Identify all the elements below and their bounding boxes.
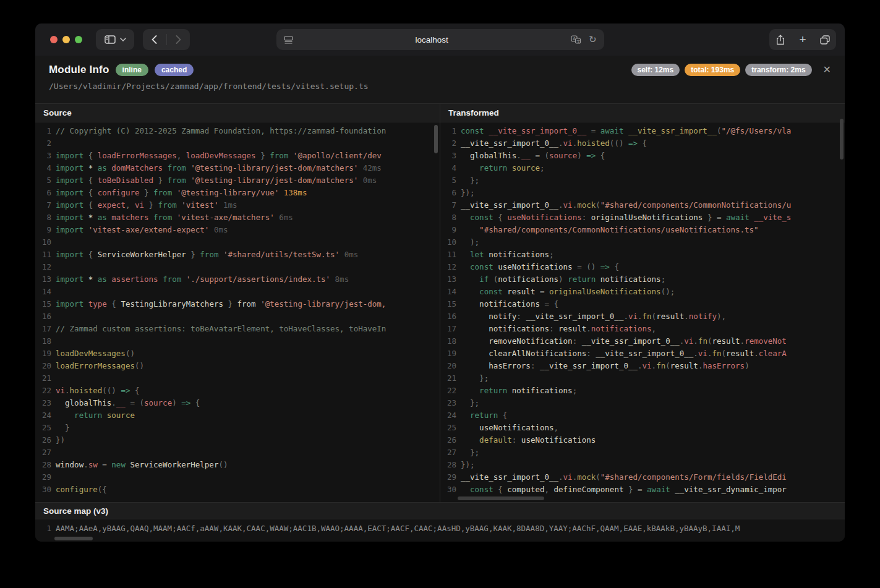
code-line: 2 [35, 137, 440, 150]
toolbar-right-buttons: + [769, 29, 836, 50]
code-line: 21 }; [440, 372, 845, 385]
code-line: 5 }; [440, 174, 845, 187]
code-line: 17// Zammad custom assertions: toBeAvata… [35, 323, 440, 335]
code-line: 28}); [440, 459, 845, 471]
code-line: 15 notifications = { [440, 298, 845, 310]
code-line: 23 }; [440, 397, 845, 409]
sourcemap-horizontal-scrollbar[interactable] [54, 537, 93, 540]
code-line: 13 if (notifications) return notificatio… [440, 273, 845, 286]
transformed-code-area[interactable]: 1const __vite_ssr_import_0__ = await __v… [440, 122, 845, 502]
code-line: 18 [35, 335, 440, 347]
address-bar[interactable]: localhost A 文 ↻ [276, 29, 604, 50]
code-line: 1// Copyright (C) 2012-2025 Zammad Found… [35, 125, 440, 137]
sidebar-toggle-button[interactable] [96, 29, 134, 50]
code-line: 6}); [440, 187, 845, 199]
code-line: 10 ); [440, 236, 845, 249]
code-line: 8 const { useNotifications: originalUseN… [440, 211, 845, 224]
share-button[interactable] [769, 29, 792, 50]
reload-icon[interactable]: ↻ [589, 34, 597, 45]
sourcemap-section: Source map (v3) 1 AAMA;AAeA,yBAAG,QAAQ,M… [35, 502, 845, 542]
code-line: 9import 'vitest-axe/extend-expect' 0ms [35, 224, 440, 236]
code-line: 6import { configure } from '@testing-lib… [35, 187, 440, 199]
code-line: 12 const useNotifications = () => { [440, 261, 845, 273]
close-panel-button[interactable]: ✕ [823, 65, 831, 75]
code-line: 25 } [35, 422, 440, 434]
sidebar-icon [105, 35, 116, 44]
sourcemap-line-number: 1 [35, 522, 51, 535]
module-info-header: Module Info inline cached self: 12ms tot… [35, 56, 845, 103]
svg-text:文: 文 [577, 39, 581, 43]
code-line: 30 const { computed, defineComponent } =… [440, 484, 845, 496]
code-line: 4import * as domMatchers from '@testing-… [35, 162, 440, 174]
code-line: 14 const result = originalUseNotificatio… [440, 286, 845, 298]
sourcemap-title: Source map (v3) [35, 503, 845, 519]
code-line: 20 hasErrors: __vite_ssr_import_0__.vi.f… [440, 360, 845, 372]
code-line: 28window.sw = new ServiceWorkerHelper() [35, 459, 440, 471]
chevron-right-icon [176, 35, 181, 44]
share-icon [776, 35, 785, 45]
code-line: 24 return source [35, 409, 440, 422]
code-line: 19 clearAllNotifications: __vite_ssr_imp… [440, 347, 845, 360]
code-line: 24 return { [440, 409, 845, 422]
back-button[interactable] [143, 29, 166, 50]
forward-button[interactable] [167, 29, 190, 50]
chevron-left-icon [152, 35, 157, 44]
source-vertical-scrollbar[interactable] [434, 125, 438, 153]
code-line: 2__vite_ssr_import_0__.vi.hoisted(() => … [440, 137, 845, 150]
plus-icon: + [799, 33, 806, 46]
transformed-horizontal-scrollbar[interactable] [458, 496, 544, 500]
sourcemap-mappings: AAMA;AAeA,yBAAG,QAAQ,MAAM;AACf,aAAW,KAAK… [51, 522, 740, 535]
browser-toolbar: localhost A 文 ↻ [35, 23, 845, 56]
chevron-down-icon [120, 38, 126, 41]
code-line: 7import { expect, vi } from 'vitest' 1ms [35, 199, 440, 211]
code-line: 26 default: useNotifications [440, 434, 845, 446]
source-code-area[interactable]: 1// Copyright (C) 2012-2025 Zammad Found… [35, 122, 440, 502]
source-panel: Source 1// Copyright (C) 2012-2025 Zamma… [35, 104, 440, 502]
url-text: localhost [293, 35, 571, 45]
code-line: 10 [35, 236, 440, 249]
code-line: 12 [35, 261, 440, 273]
code-line: 16 [35, 310, 440, 323]
code-line: 3import { loadErrorMessages, loadDevMess… [35, 150, 440, 162]
close-window-button[interactable] [50, 36, 58, 43]
code-line: 16 notify: __vite_ssr_import_0__.vi.fn(r… [440, 310, 845, 323]
page-settings-icon[interactable] [284, 36, 293, 44]
code-line: 14 [35, 286, 440, 298]
source-panel-title: Source [35, 104, 440, 122]
tab-overview-button[interactable] [814, 29, 836, 50]
new-tab-button[interactable]: + [792, 29, 814, 50]
zoom-window-button[interactable] [75, 36, 82, 43]
sourcemap-line: 1 AAMA;AAeA,yBAAG,QAAQ,MAAM;AACf,aAAW,KA… [35, 522, 845, 535]
transformed-vertical-scrollbar[interactable] [840, 119, 844, 160]
code-line: 22 return notifications; [440, 385, 845, 397]
code-line: 7__vite_ssr_import_0__.vi.mock("#shared/… [440, 199, 845, 211]
translate-icon[interactable]: A 文 [571, 35, 581, 44]
sourcemap-body[interactable]: 1 AAMA;AAeA,yBAAG,QAAQ,MAAM;AACf,aAAW,KA… [35, 519, 845, 542]
timing-self-badge: self: 12ms [631, 64, 680, 76]
code-line: 20loadErrorMessages() [35, 360, 440, 372]
code-line: 8import * as matchers from 'vitest-axe/m… [35, 211, 440, 224]
code-line: 27 }; [440, 446, 845, 459]
code-line: 19loadDevMessages() [35, 347, 440, 360]
code-line: 22vi.hoisted(() => { [35, 385, 440, 397]
code-line: 9 "#shared/components/CommonNotification… [440, 224, 845, 236]
code-panes: Source 1// Copyright (C) 2012-2025 Zamma… [35, 103, 845, 502]
code-line: 23 globalThis.__ = (source) => { [35, 397, 440, 409]
badge-inline: inline [116, 64, 148, 76]
module-file-path: /Users/vladimir/Projects/zammad/app/fron… [49, 82, 831, 91]
traffic-lights [50, 36, 82, 43]
code-line: 25 useNotifications, [440, 422, 845, 434]
transformed-panel: Transformed 1const __vite_ssr_import_0__… [440, 104, 845, 502]
code-line: 29 [35, 471, 440, 484]
nav-buttons [143, 29, 190, 50]
code-line: 26}) [35, 434, 440, 446]
code-line: 30configure({ [35, 484, 440, 496]
timing-total-badge: total: 193ms [685, 64, 740, 76]
tabs-icon [820, 35, 830, 45]
minimize-window-button[interactable] [62, 36, 70, 43]
code-line: 3 globalThis.__ = (source) => { [440, 150, 845, 162]
code-line: 29__vite_ssr_import_0__.vi.mock("#shared… [440, 471, 845, 484]
code-line: 18 removeNotification: __vite_ssr_import… [440, 335, 845, 347]
code-line: 17 notifications: result.notifications, [440, 323, 845, 335]
code-line: 27 [35, 446, 440, 459]
